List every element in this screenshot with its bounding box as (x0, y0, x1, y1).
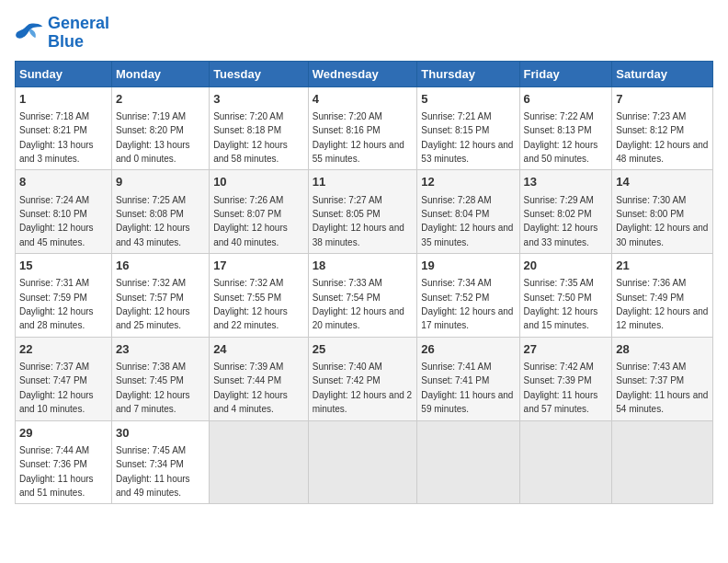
day-info: Sunrise: 7:18 AMSunset: 8:21 PMDaylight:… (19, 111, 94, 164)
calendar-cell (210, 420, 309, 504)
calendar-cell: 15 Sunrise: 7:31 AMSunset: 7:59 PMDaylig… (16, 254, 112, 338)
calendar-cell (308, 420, 417, 504)
day-info: Sunrise: 7:22 AMSunset: 8:13 PMDaylight:… (524, 111, 598, 164)
calendar-header-tuesday: Tuesday (210, 61, 309, 86)
day-number: 2 (116, 91, 205, 108)
calendar-header-thursday: Thursday (417, 61, 519, 86)
day-number: 17 (213, 258, 304, 274)
day-info: Sunrise: 7:31 AMSunset: 7:59 PMDaylight:… (19, 278, 94, 330)
calendar-header-wednesday: Wednesday (308, 61, 417, 86)
calendar-cell: 9 Sunrise: 7:25 AMSunset: 8:08 PMDayligh… (111, 170, 209, 254)
calendar-cell: 27 Sunrise: 7:42 AMSunset: 7:39 PMDaylig… (519, 337, 612, 420)
calendar-cell: 4 Sunrise: 7:20 AMSunset: 8:16 PMDayligh… (308, 86, 417, 170)
calendar-table: SundayMondayTuesdayWednesdayThursdayFrid… (15, 61, 713, 505)
day-info: Sunrise: 7:19 AMSunset: 8:20 PMDaylight:… (116, 111, 190, 164)
calendar-header-sunday: Sunday (16, 61, 112, 86)
day-info: Sunrise: 7:41 AMSunset: 7:41 PMDaylight:… (421, 362, 513, 414)
day-info: Sunrise: 7:23 AMSunset: 8:12 PMDaylight:… (616, 111, 708, 164)
day-info: Sunrise: 7:32 AMSunset: 7:55 PMDaylight:… (213, 278, 288, 330)
calendar-cell: 17 Sunrise: 7:32 AMSunset: 7:55 PMDaylig… (210, 254, 309, 338)
day-info: Sunrise: 7:35 AMSunset: 7:50 PMDaylight:… (524, 278, 598, 330)
day-info: Sunrise: 7:28 AMSunset: 8:04 PMDaylight:… (421, 195, 513, 247)
calendar-cell: 21 Sunrise: 7:36 AMSunset: 7:49 PMDaylig… (612, 254, 713, 338)
day-info: Sunrise: 7:24 AMSunset: 8:10 PMDaylight:… (19, 195, 94, 247)
calendar-cell: 11 Sunrise: 7:27 AMSunset: 8:05 PMDaylig… (308, 170, 417, 254)
day-info: Sunrise: 7:38 AMSunset: 7:45 PMDaylight:… (116, 362, 190, 414)
day-info: Sunrise: 7:25 AMSunset: 8:08 PMDaylight:… (116, 195, 190, 247)
day-number: 16 (116, 258, 205, 274)
calendar-cell (612, 420, 713, 504)
calendar-cell: 19 Sunrise: 7:34 AMSunset: 7:52 PMDaylig… (417, 254, 519, 338)
day-info: Sunrise: 7:20 AMSunset: 8:16 PMDaylight:… (313, 111, 404, 164)
logo-icon (15, 20, 44, 46)
day-number: 22 (19, 341, 108, 358)
day-info: Sunrise: 7:30 AMSunset: 8:00 PMDaylight:… (616, 195, 708, 247)
logo: General Blue (15, 15, 109, 52)
calendar-cell: 16 Sunrise: 7:32 AMSunset: 7:57 PMDaylig… (111, 254, 209, 338)
day-info: Sunrise: 7:33 AMSunset: 7:54 PMDaylight:… (313, 278, 404, 330)
day-info: Sunrise: 7:37 AMSunset: 7:47 PMDaylight:… (19, 362, 94, 414)
day-number: 6 (524, 91, 609, 108)
calendar-week-5: 29 Sunrise: 7:44 AMSunset: 7:36 PMDaylig… (16, 420, 713, 504)
logo-text: General Blue (48, 15, 109, 52)
calendar-body: 1 Sunrise: 7:18 AMSunset: 8:21 PMDayligh… (16, 86, 713, 504)
calendar-cell: 25 Sunrise: 7:40 AMSunset: 7:42 PMDaylig… (308, 337, 417, 420)
day-info: Sunrise: 7:44 AMSunset: 7:36 PMDaylight:… (19, 445, 94, 498)
calendar-cell: 26 Sunrise: 7:41 AMSunset: 7:41 PMDaylig… (417, 337, 519, 420)
day-info: Sunrise: 7:32 AMSunset: 7:57 PMDaylight:… (116, 278, 190, 330)
calendar-cell: 1 Sunrise: 7:18 AMSunset: 8:21 PMDayligh… (16, 86, 112, 170)
calendar-cell: 14 Sunrise: 7:30 AMSunset: 8:00 PMDaylig… (612, 170, 713, 254)
calendar-cell: 20 Sunrise: 7:35 AMSunset: 7:50 PMDaylig… (519, 254, 612, 338)
calendar-cell: 5 Sunrise: 7:21 AMSunset: 8:15 PMDayligh… (417, 86, 519, 170)
day-number: 13 (524, 174, 609, 190)
calendar-header-saturday: Saturday (612, 61, 713, 86)
calendar-cell: 6 Sunrise: 7:22 AMSunset: 8:13 PMDayligh… (519, 86, 612, 170)
calendar-cell: 28 Sunrise: 7:43 AMSunset: 7:37 PMDaylig… (612, 337, 713, 420)
calendar-cell: 24 Sunrise: 7:39 AMSunset: 7:44 PMDaylig… (210, 337, 309, 420)
calendar-cell (519, 420, 612, 504)
day-number: 14 (616, 174, 709, 190)
day-number: 19 (421, 258, 515, 274)
calendar-cell: 12 Sunrise: 7:28 AMSunset: 8:04 PMDaylig… (417, 170, 519, 254)
calendar-cell: 3 Sunrise: 7:20 AMSunset: 8:18 PMDayligh… (210, 86, 309, 170)
calendar-week-1: 1 Sunrise: 7:18 AMSunset: 8:21 PMDayligh… (16, 86, 713, 170)
calendar-cell: 18 Sunrise: 7:33 AMSunset: 7:54 PMDaylig… (308, 254, 417, 338)
day-info: Sunrise: 7:21 AMSunset: 8:15 PMDaylight:… (421, 111, 513, 164)
calendar-cell (417, 420, 519, 504)
day-number: 3 (213, 91, 304, 108)
day-number: 30 (116, 425, 205, 442)
calendar-cell: 10 Sunrise: 7:26 AMSunset: 8:07 PMDaylig… (210, 170, 309, 254)
day-info: Sunrise: 7:45 AMSunset: 7:34 PMDaylight:… (116, 445, 190, 498)
day-number: 8 (19, 174, 108, 190)
calendar-week-4: 22 Sunrise: 7:37 AMSunset: 7:47 PMDaylig… (16, 337, 713, 420)
day-number: 24 (213, 341, 304, 358)
day-number: 7 (616, 91, 709, 108)
day-number: 11 (313, 174, 414, 190)
day-number: 12 (421, 174, 515, 190)
calendar-cell: 30 Sunrise: 7:45 AMSunset: 7:34 PMDaylig… (111, 420, 209, 504)
day-number: 5 (421, 91, 515, 108)
day-info: Sunrise: 7:27 AMSunset: 8:05 PMDaylight:… (313, 195, 404, 247)
day-info: Sunrise: 7:36 AMSunset: 7:49 PMDaylight:… (616, 278, 708, 330)
calendar-header-row: SundayMondayTuesdayWednesdayThursdayFrid… (16, 61, 713, 86)
calendar-cell: 29 Sunrise: 7:44 AMSunset: 7:36 PMDaylig… (16, 420, 112, 504)
calendar-cell: 23 Sunrise: 7:38 AMSunset: 7:45 PMDaylig… (111, 337, 209, 420)
day-number: 21 (616, 258, 709, 274)
calendar-cell: 13 Sunrise: 7:29 AMSunset: 8:02 PMDaylig… (519, 170, 612, 254)
day-info: Sunrise: 7:40 AMSunset: 7:42 PMDaylight:… (313, 362, 412, 414)
calendar-cell: 7 Sunrise: 7:23 AMSunset: 8:12 PMDayligh… (612, 86, 713, 170)
calendar-cell: 22 Sunrise: 7:37 AMSunset: 7:47 PMDaylig… (16, 337, 112, 420)
calendar-cell: 8 Sunrise: 7:24 AMSunset: 8:10 PMDayligh… (16, 170, 112, 254)
calendar-header-monday: Monday (111, 61, 209, 86)
day-number: 4 (313, 91, 414, 108)
day-number: 18 (313, 258, 414, 274)
day-number: 27 (524, 341, 609, 358)
calendar-header-friday: Friday (519, 61, 612, 86)
day-info: Sunrise: 7:39 AMSunset: 7:44 PMDaylight:… (213, 362, 288, 414)
day-info: Sunrise: 7:34 AMSunset: 7:52 PMDaylight:… (421, 278, 513, 330)
day-info: Sunrise: 7:26 AMSunset: 8:07 PMDaylight:… (213, 195, 288, 247)
day-number: 25 (313, 341, 414, 358)
day-number: 20 (524, 258, 609, 274)
day-number: 15 (19, 258, 108, 274)
day-info: Sunrise: 7:20 AMSunset: 8:18 PMDaylight:… (213, 111, 288, 164)
